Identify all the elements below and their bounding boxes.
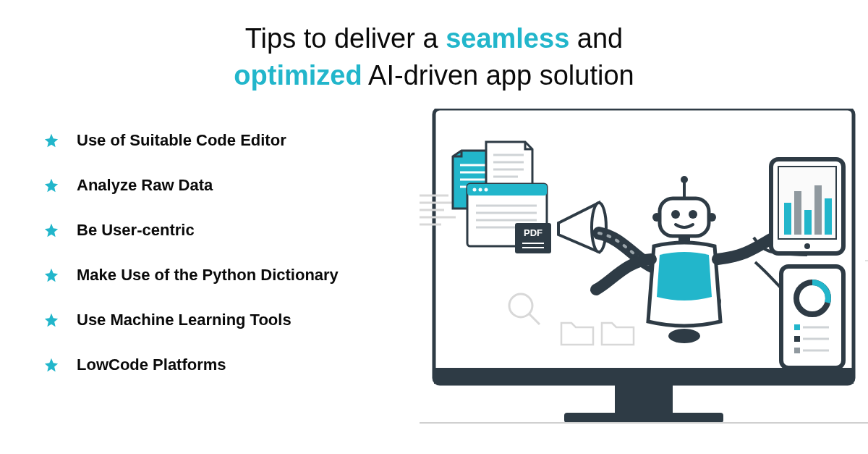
- svg-point-65: [652, 213, 661, 222]
- svg-point-49: [485, 188, 488, 192]
- svg-rect-79: [794, 324, 800, 330]
- svg-rect-29: [615, 384, 673, 413]
- svg-point-48: [479, 188, 482, 192]
- star-icon: [43, 133, 59, 148]
- robot-illustration: PDF: [420, 109, 868, 442]
- list-item: LowCode Platforms: [43, 356, 434, 374]
- tip-label: Make Use of the Python Dictionary: [77, 266, 339, 285]
- svg-point-64: [689, 210, 697, 219]
- svg-rect-81: [794, 336, 800, 342]
- list-item: Make Use of the Python Dictionary: [43, 266, 434, 285]
- tip-label: Be User-centric: [77, 221, 195, 240]
- svg-rect-73: [794, 191, 801, 235]
- title-part1: Tips to deliver a: [245, 23, 446, 54]
- list-item: Be User-centric: [43, 221, 434, 240]
- tip-label: Use Machine Learning Tools: [77, 311, 292, 329]
- star-icon: [43, 267, 59, 283]
- list-item: Analyze Raw Data: [43, 176, 434, 195]
- page-title: Tips to deliver a seamless and optimized…: [0, 0, 868, 95]
- svg-point-63: [671, 210, 680, 219]
- star-icon: [43, 222, 59, 238]
- star-icon: [43, 177, 59, 193]
- list-item: Use Machine Learning Tools: [43, 311, 434, 329]
- title-part3: AI-driven app solution: [362, 60, 634, 91]
- svg-rect-76: [825, 198, 832, 235]
- title-accent-optimized: optimized: [234, 60, 362, 91]
- svg-rect-62: [660, 198, 709, 236]
- svg-rect-28: [434, 368, 854, 384]
- tips-list: Use of Suitable Code Editor Analyze Raw …: [0, 131, 434, 400]
- pdf-label: PDF: [524, 227, 542, 238]
- list-item: Use of Suitable Code Editor: [43, 131, 434, 150]
- tip-label: LowCode Platforms: [77, 356, 226, 374]
- svg-point-71: [804, 243, 810, 249]
- svg-rect-74: [804, 210, 812, 235]
- title-part2: and: [569, 23, 623, 54]
- svg-point-61: [681, 176, 688, 183]
- svg-rect-72: [784, 203, 791, 235]
- svg-rect-75: [814, 185, 822, 235]
- star-icon: [43, 312, 59, 328]
- svg-point-68: [668, 329, 700, 343]
- tip-label: Use of Suitable Code Editor: [77, 131, 286, 150]
- star-icon: [43, 357, 59, 373]
- tip-label: Analyze Raw Data: [77, 176, 213, 195]
- svg-point-66: [707, 213, 716, 222]
- svg-point-47: [473, 188, 477, 192]
- title-accent-seamless: seamless: [446, 23, 569, 54]
- svg-rect-30: [564, 413, 723, 423]
- svg-rect-83: [794, 348, 800, 353]
